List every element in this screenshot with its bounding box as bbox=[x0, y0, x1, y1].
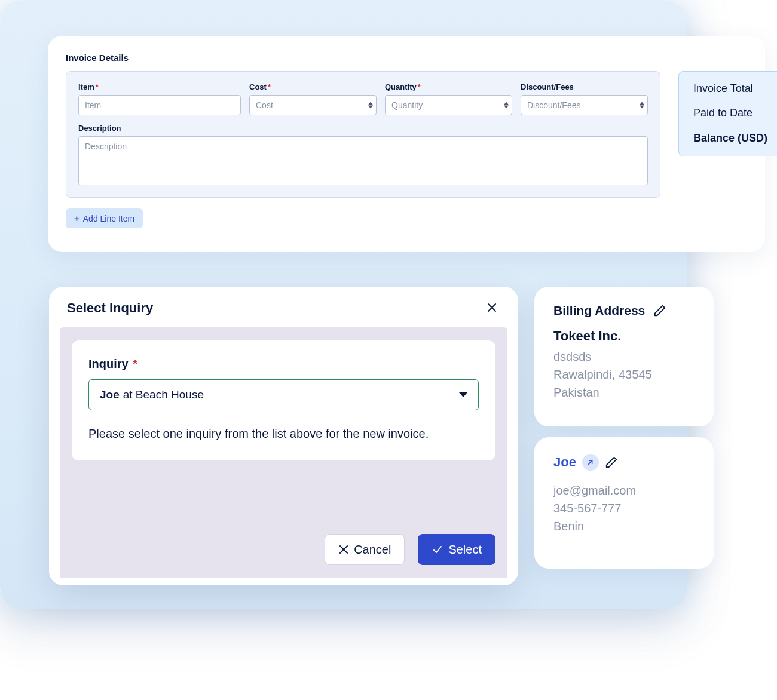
guest-card: Joe joe@gmail.com 345-567-777 Benin bbox=[534, 437, 714, 569]
item-label: Item* bbox=[78, 82, 241, 91]
description-label: Description bbox=[78, 124, 648, 133]
billing-address-card: Billing Address Tokeet Inc. dsdsds Rawal… bbox=[534, 287, 714, 426]
edit-billing-button[interactable] bbox=[653, 304, 666, 317]
close-button[interactable] bbox=[484, 300, 500, 317]
inquiry-select[interactable]: Joe at Beach House bbox=[88, 379, 479, 410]
check-icon bbox=[432, 544, 443, 555]
modal-title: Select Inquiry bbox=[67, 300, 153, 316]
line-item-form: Item* Cost* Quantity* bbox=[66, 71, 660, 198]
billing-city-zip: Rawalpindi, 43545 bbox=[553, 366, 695, 383]
select-inquiry-modal: Select Inquiry Inquiry * Joe at Beach Ho… bbox=[49, 287, 518, 585]
cost-input[interactable] bbox=[249, 95, 377, 115]
invoice-details-heading: Invoice Details bbox=[48, 53, 765, 71]
guest-phone: 345-567-777 bbox=[553, 499, 695, 517]
billing-line1: dsdsds bbox=[553, 348, 695, 366]
inquiry-label: Inquiry * bbox=[88, 357, 479, 371]
open-guest-button[interactable] bbox=[582, 454, 599, 471]
cost-label: Cost* bbox=[249, 82, 377, 91]
billing-country: Pakistan bbox=[553, 383, 695, 401]
add-line-item-button[interactable]: + Add Line Item bbox=[66, 208, 143, 228]
invoice-details-card: Invoice Details Item* Cost* bbox=[48, 36, 765, 252]
select-button[interactable]: Select bbox=[418, 534, 495, 565]
guest-name-link[interactable]: Joe bbox=[553, 455, 576, 470]
external-link-icon bbox=[586, 458, 595, 467]
discount-stepper[interactable] bbox=[640, 102, 644, 109]
chevron-down-icon bbox=[459, 392, 467, 397]
cancel-button[interactable]: Cancel bbox=[325, 534, 405, 565]
paid-to-date-label: Paid to Date bbox=[693, 107, 752, 119]
quantity-stepper[interactable] bbox=[504, 102, 509, 109]
billing-address-heading: Billing Address bbox=[553, 303, 645, 318]
cost-stepper[interactable] bbox=[368, 102, 373, 109]
quantity-label: Quantity* bbox=[385, 82, 512, 91]
close-icon bbox=[338, 544, 349, 555]
item-input[interactable] bbox=[78, 95, 241, 115]
guest-email: joe@gmail.com bbox=[553, 481, 695, 499]
svg-line-4 bbox=[589, 460, 592, 464]
pencil-icon bbox=[653, 304, 666, 317]
modal-help-text: Please select one inquiry from the list … bbox=[88, 425, 479, 443]
invoice-totals-panel: Invoice Total $0. Paid to Date $0. Balan… bbox=[678, 71, 777, 156]
description-input[interactable] bbox=[78, 136, 648, 185]
invoice-total-label: Invoice Total bbox=[693, 82, 753, 95]
discount-label: Discount/Fees bbox=[521, 82, 648, 91]
pencil-icon bbox=[605, 456, 618, 469]
app-background: Invoice Details Item* Cost* bbox=[0, 0, 687, 609]
add-line-item-label: Add Line Item bbox=[83, 214, 134, 223]
inquiry-selected-rest: at Beach House bbox=[123, 388, 204, 401]
select-label: Select bbox=[448, 543, 482, 557]
plus-icon: + bbox=[74, 213, 79, 223]
edit-guest-button[interactable] bbox=[605, 456, 618, 469]
quantity-input[interactable] bbox=[385, 95, 512, 115]
discount-input[interactable] bbox=[521, 95, 648, 115]
cancel-label: Cancel bbox=[354, 543, 391, 557]
inquiry-selected-name: Joe bbox=[100, 388, 120, 401]
guest-country: Benin bbox=[553, 517, 695, 535]
close-icon bbox=[487, 302, 497, 315]
balance-label: Balance (USD) bbox=[693, 131, 767, 145]
billing-company: Tokeet Inc. bbox=[553, 328, 695, 344]
modal-body: Inquiry * Joe at Beach House Please sele… bbox=[72, 340, 495, 460]
